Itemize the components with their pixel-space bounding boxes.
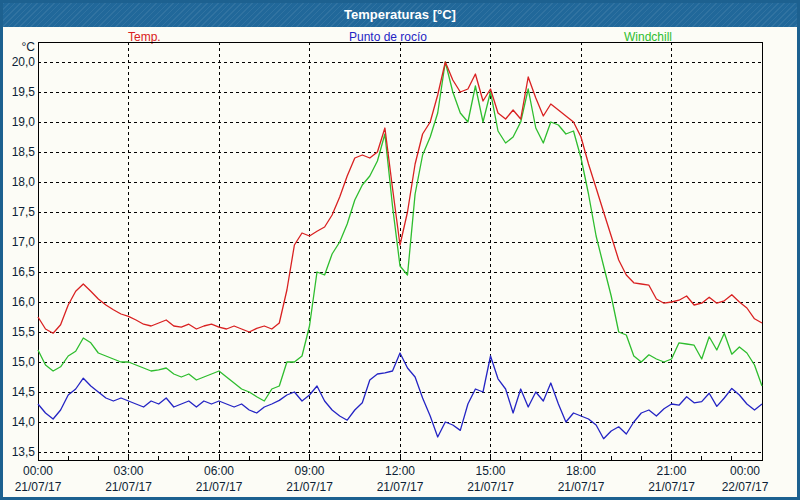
series-line-punto-de-roc-o bbox=[38, 353, 762, 439]
weather-chart-window: Temperaturas [°C] Temp. Punto de rocío W… bbox=[0, 0, 800, 500]
temperature-line-chart bbox=[3, 3, 797, 497]
